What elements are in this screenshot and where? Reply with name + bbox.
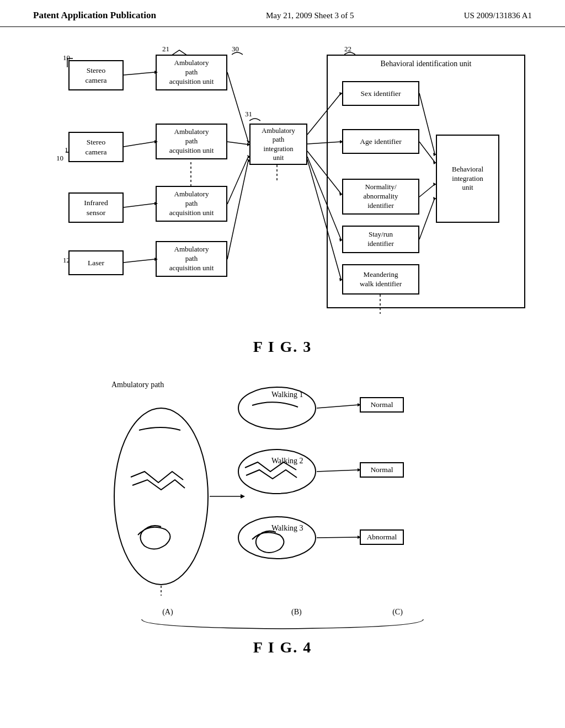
- fig4-svg: [89, 375, 476, 607]
- walking2-label: Walking 2: [271, 457, 303, 465]
- box-ambu-int: Ambulatory path integration unit: [249, 124, 307, 165]
- svg-line-0: [124, 72, 154, 75]
- svg-line-2: [124, 142, 154, 147]
- page-header: Patent Application Publication May 21, 2…: [0, 0, 565, 27]
- box-laser: Laser: [68, 250, 124, 275]
- brace-svg: [136, 617, 429, 632]
- svg-line-10: [227, 142, 248, 144]
- box-ambu3: Ambulatory path acquisition unit: [156, 186, 227, 222]
- ambu-path-label: Ambulatory path: [111, 381, 164, 389]
- box-infrared: Infrared sensor: [68, 192, 124, 223]
- svg-line-6: [124, 259, 154, 263]
- box-age-id: Age identifier: [342, 129, 419, 154]
- header-right: US 2009/131836 A1: [464, 11, 532, 20]
- box-behav-int: Behavioral integration unit: [436, 135, 499, 223]
- fig3-diagram: 10 11 10 12 21 30 22 31 40 41 45 42: [34, 44, 531, 336]
- svg-point-41: [238, 449, 316, 494]
- svg-line-47: [317, 537, 359, 538]
- fig4-label: F I G. 4: [0, 639, 565, 656]
- svg-line-14: [227, 160, 248, 259]
- bracket-30-curve: [232, 49, 243, 56]
- fig3-label: F I G. 3: [0, 338, 565, 356]
- box-stereo2: Stereo camera: [68, 132, 124, 162]
- fig4-diagram: Ambulatory path Walking 1 Walking 2 Walk…: [89, 375, 476, 607]
- svg-line-12: [227, 157, 248, 204]
- box-stay-id: Stay/run identifier: [342, 226, 419, 253]
- box-normal1: Normal: [360, 397, 404, 413]
- svg-line-45: [317, 470, 359, 472]
- header-center: May 21, 2009 Sheet 3 of 5: [266, 11, 354, 20]
- box-stereo1: Stereo camera: [68, 60, 124, 90]
- box-normal2: Normal: [360, 462, 404, 478]
- svg-point-37: [114, 408, 208, 585]
- svg-marker-39: [241, 494, 245, 499]
- box-ambu1: Ambulatory path acquisition unit: [156, 55, 227, 90]
- header-left: Patent Application Publication: [33, 10, 156, 21]
- svg-line-43: [317, 405, 359, 408]
- walking1-label: Walking 1: [271, 390, 303, 399]
- box-ambu4: Ambulatory path acquisition unit: [156, 241, 227, 277]
- box-meander-id: Meandering walk identifier: [342, 264, 419, 295]
- svg-point-42: [238, 517, 316, 559]
- label-c: (C): [392, 608, 403, 617]
- label-10b: 10: [56, 154, 63, 163]
- svg-line-8: [227, 72, 248, 142]
- label-21: 21: [162, 45, 169, 53]
- svg-line-4: [124, 204, 154, 207]
- abc-row: (A) (B) (C): [111, 608, 454, 617]
- walking3-label: Walking 3: [271, 524, 303, 533]
- box-abnormal: Abnormal: [360, 529, 404, 545]
- box-norm-id: Normality/ abnormality identifier: [342, 179, 419, 215]
- box-ambu2: Ambulatory path acquisition unit: [156, 124, 227, 159]
- label-b: (B): [291, 608, 302, 617]
- bracket-31-curve: [249, 115, 260, 122]
- label-a: (A): [162, 608, 173, 617]
- brace-container: [136, 617, 429, 634]
- box-sex-id: Sex identifier: [342, 81, 419, 106]
